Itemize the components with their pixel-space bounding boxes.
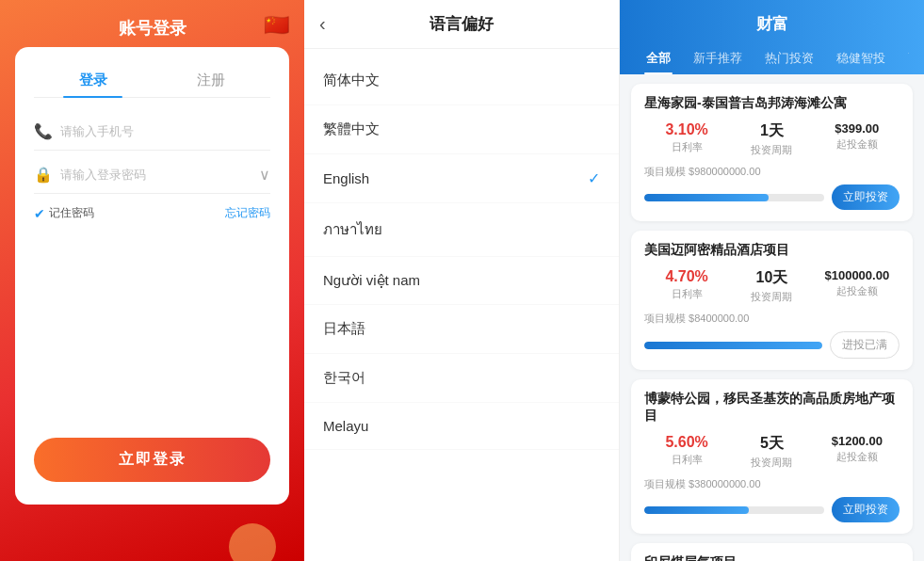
language-item[interactable]: 한국어 (304, 354, 619, 403)
language-item[interactable]: Người việt nam (304, 257, 619, 305)
language-item[interactable]: ภาษาไทย (304, 203, 619, 257)
progress-bar-bg: 68.91% (644, 194, 824, 201)
phone-input[interactable] (60, 124, 270, 138)
stat-rate-label: 日利率 (644, 453, 729, 467)
stat-period-value: 10天 (729, 268, 814, 288)
stat-period-value: 1天 (729, 121, 814, 141)
stat-rate-value: 5.60% (644, 434, 729, 451)
invest-card-title: 印尼煤层气项目 (644, 554, 900, 561)
wealth-panel: 财富 全部新手推荐热门投资稳健智投高端精选全 星海家园-泰国普吉岛邦涛海滩公寓 … (620, 0, 924, 561)
language-item-label: 简体中文 (323, 72, 380, 89)
invest-stats: 3.10% 日利率 1天 投资周期 $399.00 起投金额 (644, 121, 900, 157)
tab-login[interactable]: 登录 (34, 64, 153, 97)
forgot-link[interactable]: 忘记密码 (225, 205, 270, 221)
lock-icon: 🔒 (34, 166, 53, 184)
invest-stats: 5.60% 日利率 5天 投资周期 $1200.00 起投金额 (644, 434, 900, 470)
login-panel: 账号登录 🇨🇳 金融综合资源网douyouvip.com 登录 注册 📞 🔒 ∨… (0, 0, 304, 561)
stat-rate: 3.10% 日利率 (644, 121, 729, 157)
bottom-decoration (0, 505, 304, 561)
stat-rate-label: 日利率 (644, 140, 729, 154)
check-icon: ✓ (588, 169, 600, 187)
password-input-group: 🔒 ∨ (34, 156, 270, 194)
invest-card: 星海家园-泰国普吉岛邦涛海滩公寓 3.10% 日利率 1天 投资周期 $399.… (631, 84, 913, 221)
wealth-tab[interactable]: 热门投资 (754, 44, 825, 74)
stat-invest: $1200.00 起投金额 (815, 434, 900, 470)
check-icon: ✔ (34, 206, 45, 221)
login-header: 账号登录 🇨🇳 (0, 0, 304, 47)
stat-period-label: 投资周期 (729, 290, 814, 304)
language-item[interactable]: English✓ (304, 154, 619, 203)
remember-row: ✔ 记住密码 忘记密码 (34, 205, 270, 221)
stat-rate: 5.60% 日利率 (644, 434, 729, 470)
invest-full-button[interactable]: 进投已满 (830, 331, 900, 359)
invest-card-title: 美国迈阿密精品酒店项目 (644, 242, 900, 259)
stat-period: 1天 投资周期 (729, 121, 814, 157)
invest-card: 印尼煤层气项目 (631, 543, 913, 561)
language-header: ‹ 语言偏好 (304, 0, 619, 49)
login-title: 账号登录 (119, 19, 186, 38)
invest-scale: 项目规模 $980000000.00 (644, 165, 900, 179)
progress-bar-fill: 100.00% (644, 342, 822, 349)
stat-invest-label: 起投金额 (815, 450, 900, 464)
language-item-label: English (323, 170, 369, 186)
password-input[interactable] (60, 168, 259, 182)
stat-rate: 4.70% 日利率 (644, 268, 729, 304)
language-title: 语言偏好 (430, 13, 494, 35)
progress-bar-fill: 57.98% (644, 506, 749, 514)
remember-text: 记住密码 (49, 205, 94, 221)
tab-register[interactable]: 注册 (153, 64, 271, 97)
invest-button[interactable]: 立即投资 (832, 184, 900, 210)
phone-input-group: 📞 (34, 113, 270, 151)
language-list: 简体中文繁體中文English✓ภาษาไทยNgười việt nam日本語… (304, 49, 619, 561)
progress-bar-bg: 57.98% (644, 506, 824, 514)
wealth-tab[interactable]: 新手推荐 (682, 44, 754, 74)
stat-invest-label: 起投金额 (815, 284, 900, 298)
language-item[interactable]: 简体中文 (304, 56, 619, 105)
wealth-title: 财富 (635, 13, 909, 35)
invest-scale: 项目规模 $380000000.00 (644, 477, 900, 491)
wealth-content: 星海家园-泰国普吉岛邦涛海滩公寓 3.10% 日利率 1天 投资周期 $399.… (620, 74, 924, 561)
wealth-header: 财富 全部新手推荐热门投资稳健智投高端精选全 (620, 0, 924, 74)
flag-icon: 🇨🇳 (264, 13, 289, 38)
language-item[interactable]: 日本語 (304, 305, 619, 354)
language-item[interactable]: Melayu (304, 403, 619, 450)
invest-card: 美国迈阿密精品酒店项目 4.70% 日利率 10天 投资周期 $100000.0… (631, 231, 913, 370)
stat-period: 10天 投资周期 (729, 268, 814, 304)
language-item-label: ภาษาไทย (323, 218, 382, 241)
progress-bar-fill: 68.91% (644, 194, 769, 201)
stat-invest: $100000.00 起投金额 (815, 268, 900, 304)
stat-period-value: 5天 (729, 434, 814, 454)
stat-invest-value: $1200.00 (815, 434, 900, 448)
language-item-label: Melayu (323, 418, 368, 434)
progress-bar-bg: 100.00% (644, 342, 822, 349)
language-item-label: 繁體中文 (323, 120, 380, 138)
back-button[interactable]: ‹ (319, 13, 326, 35)
invest-card-title: 博蒙特公园，移民圣基茨的高品质房地产项目 (644, 391, 900, 425)
language-item-label: 日本語 (323, 320, 365, 338)
wealth-tab[interactable]: 高端精选 (897, 44, 909, 74)
remember-label: ✔ 记住密码 (34, 205, 94, 221)
login-button[interactable]: 立即登录 (34, 438, 270, 482)
stat-invest-value: $399.00 (815, 121, 900, 136)
invest-card: 博蒙特公园，移民圣基茨的高品质房地产项目 5.60% 日利率 5天 投资周期 $… (631, 379, 913, 534)
eye-icon[interactable]: ∨ (259, 166, 270, 184)
progress-bar-wrap: 68.91% 立即投资 (644, 184, 900, 210)
invest-button[interactable]: 立即投资 (832, 497, 900, 522)
language-item[interactable]: 繁體中文 (304, 105, 619, 154)
phone-icon: 📞 (34, 122, 53, 140)
deco-circle (229, 523, 276, 561)
stat-rate-value: 3.10% (644, 121, 729, 138)
wealth-tab[interactable]: 全部 (635, 44, 682, 74)
stat-invest-label: 起投金额 (815, 137, 900, 152)
invest-scale: 项目规模 $8400000.00 (644, 312, 900, 326)
stat-invest-value: $100000.00 (815, 268, 900, 282)
wealth-tab[interactable]: 稳健智投 (825, 44, 897, 74)
language-item-label: Người việt nam (323, 272, 420, 289)
wealth-tabs: 全部新手推荐热门投资稳健智投高端精选全 (635, 44, 909, 74)
login-tabs: 登录 注册 (34, 64, 270, 98)
invest-card-title: 星海家园-泰国普吉岛邦涛海滩公寓 (644, 95, 900, 112)
stat-period: 5天 投资周期 (729, 434, 814, 470)
progress-bar-wrap: 57.98% 立即投资 (644, 497, 900, 522)
stat-period-label: 投资周期 (729, 143, 814, 157)
stat-invest: $399.00 起投金额 (815, 121, 900, 157)
